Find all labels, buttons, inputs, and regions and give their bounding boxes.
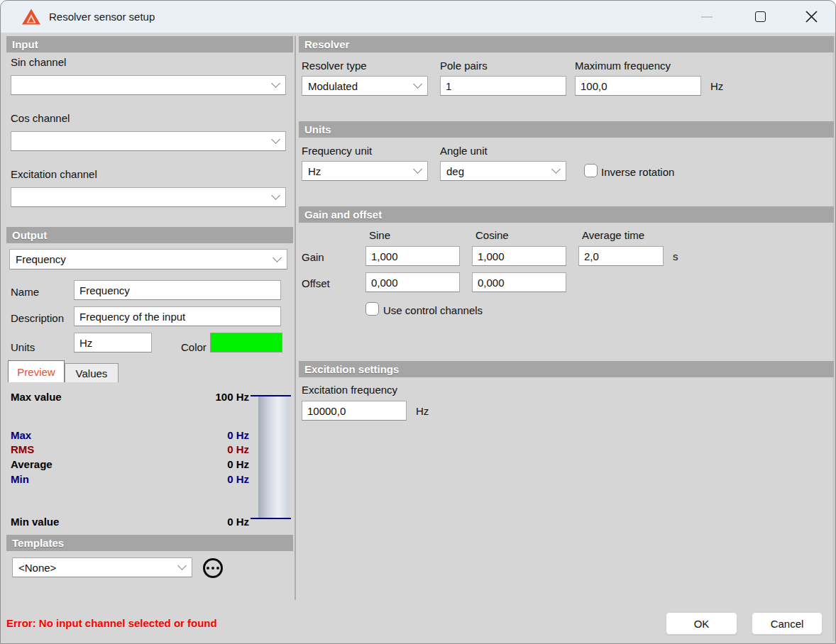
maximize-button[interactable] xyxy=(744,1,776,33)
templates-select[interactable]: <None> xyxy=(12,557,192,577)
frequency-unit-label: Frequency unit xyxy=(302,145,372,157)
average-time-unit: s xyxy=(673,250,678,262)
output-section-header: Output xyxy=(6,227,293,243)
inverse-rotation-label: Inverse rotation xyxy=(601,166,674,178)
sin-channel-select[interactable] xyxy=(11,75,286,95)
app-logo-icon xyxy=(22,9,40,25)
color-swatch[interactable] xyxy=(210,333,282,352)
maximum-frequency-input[interactable] xyxy=(575,76,701,96)
tab-preview[interactable]: Preview xyxy=(8,360,65,382)
templates-section-header: Templates xyxy=(6,535,293,551)
excitation-section-header: Excitation settings xyxy=(299,361,834,377)
close-button[interactable] xyxy=(795,1,827,33)
chevron-down-icon xyxy=(271,79,280,88)
resolver-type-select[interactable]: Modulated xyxy=(302,76,428,96)
stat-rms-label: RMS xyxy=(11,443,34,455)
dialog-content: Input Sin channel Cos channel Excitation… xyxy=(1,33,836,644)
average-time-column-label: Average time xyxy=(582,229,644,241)
gain-cosine-input[interactable] xyxy=(472,246,566,266)
name-input[interactable] xyxy=(74,280,281,300)
stat-min-label: Min xyxy=(11,473,29,485)
chevron-down-icon xyxy=(273,253,282,262)
chevron-down-icon xyxy=(271,191,280,200)
min-value-label: Min value xyxy=(11,516,59,528)
stat-max-label: Max xyxy=(11,429,31,441)
ellipsis-icon xyxy=(207,567,209,570)
angle-unit-value: deg xyxy=(446,165,464,177)
preview-stat-row: Max 0 Hz xyxy=(11,429,249,441)
units-input[interactable] xyxy=(74,333,152,352)
use-control-channels-label: Use control channels xyxy=(383,304,483,316)
ellipsis-icon xyxy=(216,567,219,570)
use-control-channels-checkbox[interactable] xyxy=(365,302,379,316)
frequency-unit-value: Hz xyxy=(308,165,321,177)
chevron-down-icon xyxy=(177,561,187,570)
minimize-icon xyxy=(701,16,713,18)
preview-stat-row: Min 0 Hz xyxy=(11,473,249,485)
name-label: Name xyxy=(11,286,39,298)
close-icon xyxy=(805,11,818,23)
chevron-down-icon xyxy=(413,79,422,89)
gain-row-label: Gain xyxy=(302,251,324,263)
cosine-column-label: Cosine xyxy=(475,229,509,241)
minimize-button[interactable] xyxy=(691,1,723,33)
gain-sine-input[interactable] xyxy=(365,246,460,266)
maximum-frequency-unit: Hz xyxy=(710,80,723,92)
pole-pairs-label: Pole pairs xyxy=(440,60,488,72)
stat-min-value: 0 Hz xyxy=(227,473,249,485)
resolver-type-value: Modulated xyxy=(308,80,358,92)
units-section-header: Units xyxy=(299,121,834,138)
chevron-down-icon xyxy=(551,165,561,174)
titlebar[interactable]: Resolver sensor setup xyxy=(1,1,835,33)
ok-button[interactable]: OK xyxy=(666,612,737,635)
max-value-label: Max value xyxy=(11,391,62,403)
stat-average-label: Average xyxy=(11,458,53,470)
preview-stat-row: RMS 0 Hz xyxy=(11,443,249,455)
cancel-button[interactable]: Cancel xyxy=(752,612,823,635)
excitation-frequency-unit: Hz xyxy=(416,405,429,417)
templates-value: <None> xyxy=(18,562,56,574)
cos-channel-select[interactable] xyxy=(11,131,286,151)
preview-max-value-row: Max value 100 Hz xyxy=(11,391,249,403)
pole-pairs-input[interactable] xyxy=(440,76,566,96)
excitation-channel-label: Excitation channel xyxy=(11,168,97,180)
frequency-unit-select[interactable]: Hz xyxy=(302,161,428,181)
gain-offset-section-header: Gain and offset xyxy=(299,206,834,223)
color-label: Color xyxy=(181,341,207,353)
preview-meter-bar xyxy=(258,396,289,518)
templates-more-button[interactable] xyxy=(203,558,223,578)
resolver-type-label: Resolver type xyxy=(302,60,367,72)
stat-max-value: 0 Hz xyxy=(227,429,249,441)
average-time-input[interactable] xyxy=(578,246,664,266)
units-label: Units xyxy=(11,341,35,353)
sin-channel-label: Sin channel xyxy=(11,56,66,68)
offset-sine-input[interactable] xyxy=(365,272,460,292)
preview-stat-row: Average 0 Hz xyxy=(11,458,249,470)
description-label: Description xyxy=(11,312,64,324)
max-value: 100 Hz xyxy=(215,391,249,403)
angle-unit-select[interactable]: deg xyxy=(440,161,566,181)
tab-values[interactable]: Values xyxy=(65,363,119,382)
column-divider xyxy=(295,36,296,600)
ellipsis-icon xyxy=(211,567,214,570)
left-column: Input Sin channel Cos channel Excitation… xyxy=(6,36,293,604)
excitation-channel-select[interactable] xyxy=(11,187,286,207)
input-section-header: Input xyxy=(6,36,293,52)
offset-cosine-input[interactable] xyxy=(472,272,566,292)
output-type-select[interactable]: Frequency xyxy=(9,249,287,270)
window-title: Resolver sensor setup xyxy=(49,1,155,33)
meter-min-tick xyxy=(251,518,291,519)
sine-column-label: Sine xyxy=(369,229,390,241)
stat-average-value: 0 Hz xyxy=(227,458,249,470)
description-input[interactable] xyxy=(74,306,281,326)
maximize-icon xyxy=(755,11,766,22)
right-column: Resolver Resolver type Modulated Pole pa… xyxy=(299,36,834,604)
cos-channel-label: Cos channel xyxy=(11,112,70,124)
inverse-rotation-checkbox[interactable] xyxy=(584,164,598,177)
excitation-frequency-input[interactable] xyxy=(302,401,407,421)
stat-rms-value: 0 Hz xyxy=(227,443,249,455)
chevron-down-icon xyxy=(413,165,422,174)
excitation-frequency-label: Excitation frequency xyxy=(302,384,397,396)
min-value: 0 Hz xyxy=(227,516,249,528)
error-message: Error: No input channel selected or foun… xyxy=(6,617,217,629)
